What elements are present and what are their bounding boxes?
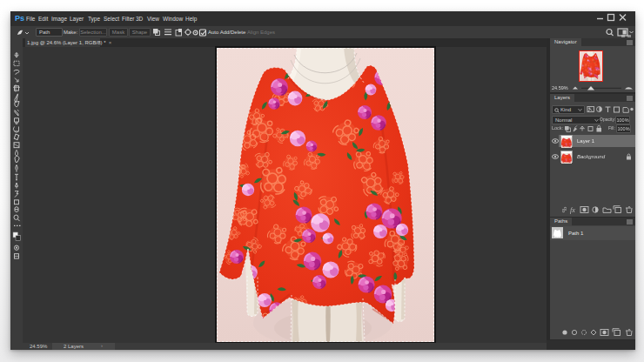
svg-text:fx: fx (570, 206, 575, 214)
